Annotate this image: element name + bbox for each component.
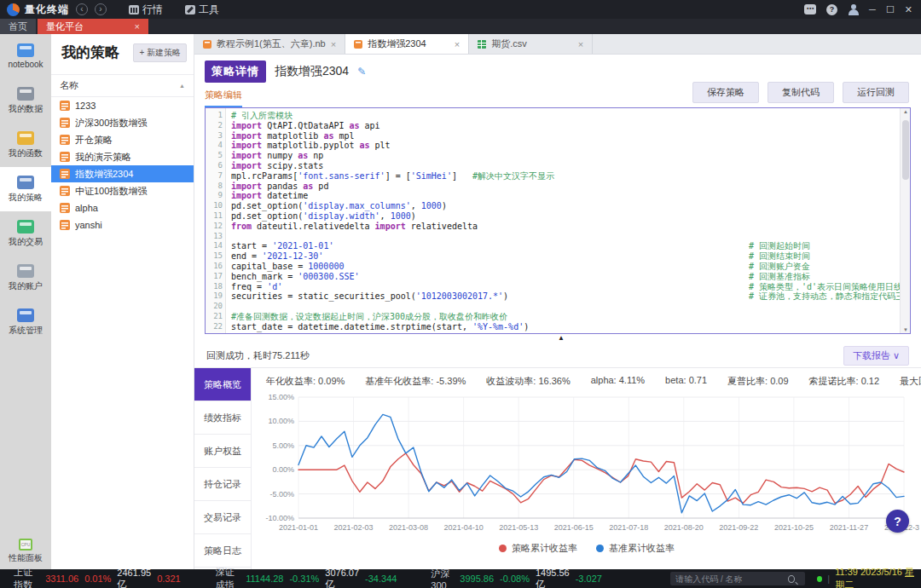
line-number: 18	[206, 282, 223, 292]
strategy-file-icon	[60, 118, 70, 128]
message-icon[interactable]: ⋯	[804, 4, 816, 14]
workspace-tab-量化平台[interactable]: 量化平台×	[38, 19, 148, 34]
sidebar-item-label: 我的交易	[9, 236, 43, 248]
close-tab-icon[interactable]: ×	[455, 39, 460, 49]
minimize-button[interactable]: ─	[869, 3, 876, 15]
collapse-editor-arrow[interactable]: ▲	[558, 334, 565, 342]
sidebar-item-我的策略[interactable]: 我的策略	[0, 167, 51, 211]
code-line: start_date = datetime.datetime.strptime(…	[231, 322, 900, 332]
close-tab-icon[interactable]: ×	[135, 21, 140, 32]
line-number: 12	[206, 222, 223, 232]
legend-item[interactable]: 策略累计收益率	[499, 542, 577, 555]
index-volume: 3076.07亿	[325, 568, 359, 588]
overview-tab-策略概览[interactable]: 策略概览	[194, 368, 251, 401]
editor-scrollbar-thumb[interactable]	[902, 120, 909, 180]
save-strategy-button[interactable]: 保存策略	[692, 82, 759, 103]
sidebar-item-系统管理[interactable]: 系统管理	[0, 300, 51, 344]
workspace-tab-首页[interactable]: 首页	[0, 19, 36, 34]
document-tab[interactable]: 期货.csv×	[469, 34, 593, 54]
sort-ascending-icon[interactable]: ▲	[179, 83, 185, 89]
strategy-list-item[interactable]: 沪深300指数增强	[51, 114, 194, 131]
sidebar-item-我的账户[interactable]: 我的账户	[0, 256, 51, 300]
run-backtest-button[interactable]: 运行回测	[843, 82, 909, 103]
document-tab[interactable]: 教程示例1(第五、六章).nb×	[194, 34, 345, 54]
strategy-list-item[interactable]: 我的演示策略	[51, 148, 194, 165]
legend-item[interactable]: 基准累计收益率	[596, 542, 675, 555]
editor-code-area[interactable]: # 引入所需模块import QtAPI.QtDataAPI as apiimp…	[226, 108, 900, 333]
svg-text:-10.00%: -10.00%	[265, 514, 294, 522]
svg-text:2021-07-18: 2021-07-18	[609, 523, 648, 532]
line-number: 13	[206, 232, 223, 242]
overview-tab-交易记录[interactable]: 交易记录	[194, 501, 251, 534]
line-number: 21	[206, 312, 223, 322]
my-trades-icon	[17, 220, 34, 233]
svg-text:0.00%: 0.00%	[272, 465, 294, 474]
strategy-list-item[interactable]: 指数增强2304	[51, 165, 194, 182]
index-price: 3995.86	[460, 574, 494, 584]
strategy-file-icon	[60, 169, 70, 179]
maximize-button[interactable]: ☐	[886, 3, 895, 15]
strategy-list-item[interactable]: yanshi	[51, 216, 194, 233]
menu-tools[interactable]: 工具	[185, 3, 219, 17]
scroll-up-icon[interactable]: ▲	[901, 109, 911, 114]
back-icon[interactable]: ‹	[76, 3, 88, 15]
copy-code-button[interactable]: 复制代码	[768, 82, 834, 103]
strategy-list-header[interactable]: 名称 ▲	[51, 74, 194, 97]
index-price: 3311.06	[45, 574, 78, 584]
strategy-panel: 我的策略 + 新建策略 名称 ▲ 1233沪深300指数增强开仓策略我的演示策略…	[51, 34, 194, 569]
overview-tab-账户权益[interactable]: 账户权益	[194, 435, 251, 468]
chart-help-button[interactable]: ?	[886, 510, 909, 533]
index-change-pct: 0.01%	[84, 574, 111, 584]
code-line: mpl.rcParams['font.sans-serif'] = ['SimH…	[231, 171, 900, 182]
svg-text:2021-06-15: 2021-06-15	[554, 523, 594, 532]
document-tab-label: 指数增强2304	[368, 37, 426, 50]
code-line: pd.set_option('display.width', 1000)	[231, 211, 900, 222]
new-strategy-button[interactable]: + 新建策略	[133, 43, 187, 62]
quote-search-input[interactable]	[670, 572, 805, 585]
strategy-list-header-label: 名称	[60, 79, 78, 92]
strategy-list-item[interactable]: alpha	[51, 199, 194, 216]
legend-dot-icon	[596, 545, 604, 552]
edit-strategy-name-icon[interactable]: ✎	[357, 66, 366, 78]
statusbar-divider: |	[827, 574, 830, 584]
sidebar-item-我的交易[interactable]: 我的交易	[0, 211, 51, 256]
chevron-down-icon: ∨	[893, 350, 900, 360]
strategy-list-item[interactable]: 开仓策略	[51, 131, 194, 148]
code-editor[interactable]: 1234567891011121314151617181920212223 # …	[205, 107, 911, 334]
strategy-panel-title: 我的策略	[61, 43, 119, 62]
download-report-button[interactable]: 下载报告 ∨	[843, 346, 909, 366]
strategy-list-item[interactable]: 中证100指数增强	[51, 182, 194, 199]
search-icon[interactable]	[788, 575, 795, 583]
help-icon[interactable]: ?	[826, 4, 837, 15]
scroll-down-icon[interactable]: ▼	[901, 327, 911, 332]
line-number: 3	[206, 131, 223, 141]
user-icon[interactable]	[848, 4, 859, 15]
sidebar-item-性能面板[interactable]: CPU性能面板	[0, 539, 51, 564]
menu-label: 行情	[142, 3, 163, 17]
overview-tab-持仓记录[interactable]: 持仓记录	[194, 468, 251, 501]
sidebar-item-我的函数[interactable]: 我的函数	[0, 123, 51, 167]
index-quote-沪深300: 沪深3003995.86-0.08%1495.56亿-3.027	[431, 568, 623, 588]
document-tab[interactable]: 指数增强2304×	[345, 34, 469, 54]
svg-text:2021-10-25: 2021-10-25	[774, 523, 814, 532]
close-tab-icon[interactable]: ×	[578, 39, 583, 49]
close-tab-icon[interactable]: ×	[331, 39, 336, 49]
sidebar-item-我的数据[interactable]: 我的数据	[0, 78, 51, 123]
sidebar-item-label: 系统管理	[9, 325, 43, 337]
line-number: 17	[206, 272, 223, 282]
menu-market[interactable]: 行情	[129, 3, 163, 17]
sidebar-item-label: notebook	[8, 60, 43, 69]
index-change: 0.321	[157, 574, 181, 584]
overview-tab-策略日志[interactable]: 策略日志	[194, 534, 251, 568]
forward-icon[interactable]: ›	[95, 3, 107, 15]
market-icon	[129, 5, 139, 14]
editor-scrollbar[interactable]: ▲ ▼	[900, 108, 910, 333]
sidebar-item-notebook[interactable]: notebook	[0, 34, 51, 78]
close-button[interactable]: ✕	[905, 3, 912, 15]
strategy-list-item[interactable]: 1233	[51, 97, 194, 114]
strategy-item-label: 我的演示策略	[75, 151, 131, 164]
overview-tab-绩效指标[interactable]: 绩效指标	[194, 401, 251, 435]
status-bar: 上证指数3311.060.01%2461.95亿0.321深证成指11144.2…	[0, 569, 921, 588]
legend-dot-icon	[499, 545, 507, 552]
tab-strategy-edit[interactable]: 策略编辑	[205, 89, 242, 107]
